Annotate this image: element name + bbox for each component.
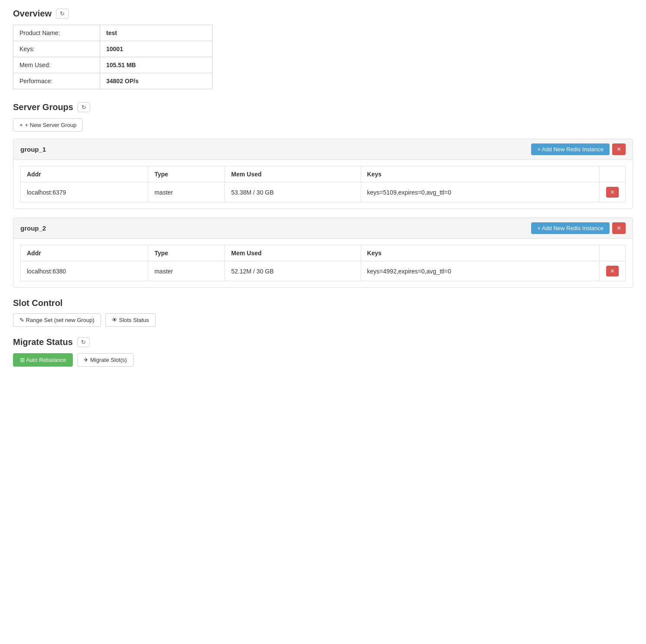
migrate-status-section: Migrate Status ↻ ⊞ Auto Rebalance ✈ Migr… <box>13 337 633 367</box>
overview-title: Overview <box>13 9 52 19</box>
instance-cell-2: 53.38M / 30 GB <box>225 182 361 202</box>
instance-table-wrap-2: AddrTypeMem UsedKeyslocalhost:6380master… <box>13 239 633 287</box>
slot-control-section: Slot Control ✎ Range Set (set new Group)… <box>13 298 633 327</box>
overview-row-label: Performace: <box>13 73 100 89</box>
server-groups-heading: Server Groups ↻ <box>13 102 633 112</box>
instance-cell-1: master <box>148 182 225 202</box>
group-card-1: group_1+ Add New Redis Instance✕AddrType… <box>13 139 633 209</box>
migrate-status-title: Migrate Status <box>13 337 73 347</box>
groups-container: group_1+ Add New Redis Instance✕AddrType… <box>13 139 633 288</box>
overview-row: Mem Used:105.51 MB <box>13 57 212 73</box>
instance-table-header-0: Addr <box>21 166 148 182</box>
instance-table-header-3: Keys <box>361 245 599 261</box>
slot-control-actions: ✎ Range Set (set new Group) 👁 Slots Stat… <box>13 313 633 327</box>
instance-cell-0: localhost:6380 <box>21 261 148 281</box>
server-groups-title: Server Groups <box>13 102 73 112</box>
overview-row: Product Name:test <box>13 25 212 41</box>
group-name-1: group_1 <box>20 146 46 153</box>
overview-row-value: 105.51 MB <box>100 57 212 73</box>
instance-table-header-2: Mem Used <box>225 166 361 182</box>
overview-row-label: Mem Used: <box>13 57 100 73</box>
overview-table: Product Name:testKeys:10001Mem Used:105.… <box>13 25 212 89</box>
group-card-header-1: group_1+ Add New Redis Instance✕ <box>13 139 633 160</box>
group-header-actions-2: + Add New Redis Instance✕ <box>531 222 626 234</box>
instance-cell-3: keys=5109,expires=0,avg_ttl=0 <box>361 182 599 202</box>
range-set-button[interactable]: ✎ Range Set (set new Group) <box>13 313 101 327</box>
instance-table-header-4 <box>600 245 626 261</box>
group-header-actions-1: + Add New Redis Instance✕ <box>531 143 626 155</box>
instance-table-1: AddrTypeMem UsedKeyslocalhost:6379master… <box>20 166 626 202</box>
migrate-slot-button[interactable]: ✈ Migrate Slot(s) <box>77 353 133 367</box>
group-card-header-2: group_2+ Add New Redis Instance✕ <box>13 218 633 239</box>
slots-status-button[interactable]: 👁 Slots Status <box>105 313 156 327</box>
server-groups-refresh-button[interactable]: ↻ <box>78 102 90 112</box>
migrate-actions: ⊞ Auto Rebalance ✈ Migrate Slot(s) <box>13 353 633 367</box>
overview-row-value: 10001 <box>100 41 212 57</box>
instance-table-header-0: Addr <box>21 245 148 261</box>
group-card-2: group_2+ Add New Redis Instance✕AddrType… <box>13 218 633 288</box>
slot-control-title: Slot Control <box>13 298 633 308</box>
table-row: localhost:6380master52.12M / 30 GBkeys=4… <box>21 261 626 281</box>
overview-row: Keys:10001 <box>13 41 212 57</box>
auto-rebalance-button[interactable]: ⊞ Auto Rebalance <box>13 353 73 367</box>
instance-table-header-1: Type <box>148 166 225 182</box>
delete-instance-button-2-0[interactable]: ✕ <box>606 266 619 276</box>
overview-row-value: 34802 OP/s <box>100 73 212 89</box>
overview-row: Performace:34802 OP/s <box>13 73 212 89</box>
overview-refresh-button[interactable]: ↻ <box>56 9 69 19</box>
server-groups-section: Server Groups ↻ + + New Server Group gro… <box>13 102 633 288</box>
instance-delete-cell-0: ✕ <box>600 182 626 202</box>
instance-table-header-4 <box>600 166 626 182</box>
instance-delete-cell-0: ✕ <box>600 261 626 281</box>
overview-row-label: Product Name: <box>13 25 100 41</box>
overview-row-value: test <box>100 25 212 41</box>
instance-table-header-1: Type <box>148 245 225 261</box>
delete-group-button-2[interactable]: ✕ <box>612 222 626 234</box>
migrate-status-refresh-button[interactable]: ↻ <box>77 337 90 347</box>
group-name-2: group_2 <box>20 224 46 232</box>
add-redis-button-2[interactable]: + Add New Redis Instance <box>531 222 610 234</box>
overview-section-heading: Overview ↻ <box>13 9 633 19</box>
instance-cell-3: keys=4992,expires=0,avg_ttl=0 <box>361 261 599 281</box>
instance-table-wrap-1: AddrTypeMem UsedKeyslocalhost:6379master… <box>13 160 633 208</box>
delete-group-button-1[interactable]: ✕ <box>612 143 626 155</box>
instance-table-header-2: Mem Used <box>225 245 361 261</box>
new-server-group-label: + New Server Group <box>25 122 77 128</box>
table-row: localhost:6379master53.38M / 30 GBkeys=5… <box>21 182 626 202</box>
instance-cell-2: 52.12M / 30 GB <box>225 261 361 281</box>
new-server-group-button[interactable]: + + New Server Group <box>13 118 83 132</box>
instance-table-2: AddrTypeMem UsedKeyslocalhost:6380master… <box>20 245 626 281</box>
migrate-status-heading: Migrate Status ↻ <box>13 337 633 347</box>
add-redis-button-1[interactable]: + Add New Redis Instance <box>531 143 610 155</box>
plus-icon: + <box>20 122 23 128</box>
overview-row-label: Keys: <box>13 41 100 57</box>
delete-instance-button-1-0[interactable]: ✕ <box>606 187 619 198</box>
instance-cell-0: localhost:6379 <box>21 182 148 202</box>
instance-cell-1: master <box>148 261 225 281</box>
instance-table-header-3: Keys <box>361 166 599 182</box>
